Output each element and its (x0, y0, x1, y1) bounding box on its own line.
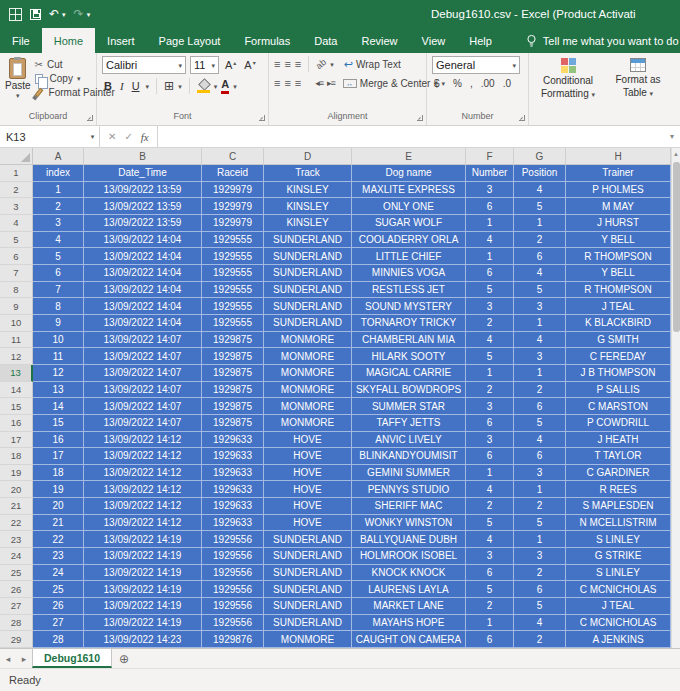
font-dialog-launcher[interactable] (259, 115, 265, 121)
cell-H27[interactable]: J TEAL (566, 598, 671, 615)
cell-C20[interactable]: 1929633 (202, 481, 264, 498)
copy-dropdown-icon[interactable]: ▾ (77, 75, 81, 82)
row-header-19[interactable]: 19 (0, 465, 33, 482)
cell-F8[interactable]: 5 (466, 282, 514, 299)
cell-G22[interactable]: 5 (514, 515, 566, 532)
wrap-text-button[interactable]: ↩ Wrap Text (344, 59, 401, 70)
cell-G21[interactable]: 2 (514, 498, 566, 515)
cell-G5[interactable]: 2 (514, 232, 566, 249)
cell-B29[interactable]: 13/09/2022 14:23 (84, 631, 202, 648)
column-header-C[interactable]: C (202, 148, 264, 165)
cell-B12[interactable]: 13/09/2022 14:07 (84, 348, 202, 365)
row-header-4[interactable]: 4 (0, 215, 33, 232)
cell-H13[interactable]: J B THOMPSON (566, 365, 671, 382)
cell-G10[interactable]: 1 (514, 315, 566, 332)
cell-D24[interactable]: SUNDERLAND (264, 548, 352, 565)
cell-H5[interactable]: Y BELL (566, 232, 671, 249)
cell-E2[interactable]: MAXLITE EXPRESS (352, 182, 466, 199)
row-header-9[interactable]: 9 (0, 298, 33, 315)
cell-C27[interactable]: 1929556 (202, 598, 264, 615)
cell-A22[interactable]: 21 (33, 515, 84, 532)
cell-D9[interactable]: SUNDERLAND (264, 298, 352, 315)
cell-D13[interactable]: MONMORE (264, 365, 352, 382)
row-header-23[interactable]: 23 (0, 531, 33, 548)
align-right-icon[interactable]: ≡ (295, 78, 301, 89)
cell-B9[interactable]: 13/09/2022 14:04 (84, 298, 202, 315)
cell-H22[interactable]: N MCELLISTRIM (566, 515, 671, 532)
cell-C24[interactable]: 1929556 (202, 548, 264, 565)
row-header-25[interactable]: 25 (0, 565, 33, 582)
cell-G16[interactable]: 5 (514, 415, 566, 432)
cell-D1[interactable]: Track (264, 165, 352, 182)
cell-D23[interactable]: SUNDERLAND (264, 531, 352, 548)
cell-A29[interactable]: 28 (33, 631, 84, 648)
cell-E14[interactable]: SKYFALL BOWDROPS (352, 382, 466, 399)
ribbon-tab-page-layout[interactable]: Page Layout (147, 28, 233, 53)
cell-A23[interactable]: 22 (33, 531, 84, 548)
cell-A14[interactable]: 13 (33, 382, 84, 399)
cell-G27[interactable]: 5 (514, 598, 566, 615)
ribbon-tab-data[interactable]: Data (302, 28, 349, 53)
cell-B23[interactable]: 13/09/2022 14:19 (84, 531, 202, 548)
cell-E25[interactable]: KNOCK KNOCK (352, 565, 466, 582)
cell-B26[interactable]: 13/09/2022 14:19 (84, 581, 202, 598)
currency-button[interactable]: $ (434, 78, 440, 89)
format-as-table-button[interactable]: Format as Table ▾ (604, 56, 672, 109)
decrease-decimal-button[interactable]: .0 (503, 78, 511, 89)
paste-dropdown-icon[interactable]: ▾ (16, 92, 20, 99)
sheet-nav-left-icon[interactable]: ◂ (0, 649, 16, 668)
cell-E22[interactable]: WONKY WINSTON (352, 515, 466, 532)
cell-F11[interactable]: 4 (466, 332, 514, 349)
cell-D18[interactable]: HOVE (264, 448, 352, 465)
cell-D7[interactable]: SUNDERLAND (264, 265, 352, 282)
cell-D2[interactable]: KINSLEY (264, 182, 352, 199)
ribbon-tab-insert[interactable]: Insert (95, 28, 147, 53)
row-header-7[interactable]: 7 (0, 265, 33, 282)
cell-F19[interactable]: 1 (466, 465, 514, 482)
cell-D12[interactable]: MONMORE (264, 348, 352, 365)
ribbon-tab-formulas[interactable]: Formulas (232, 28, 302, 53)
cell-G25[interactable]: 2 (514, 565, 566, 582)
cell-D19[interactable]: HOVE (264, 465, 352, 482)
cell-C10[interactable]: 1929555 (202, 315, 264, 332)
row-header-12[interactable]: 12 (0, 348, 33, 365)
row-header-24[interactable]: 24 (0, 548, 33, 565)
cell-B22[interactable]: 13/09/2022 14:12 (84, 515, 202, 532)
cell-A9[interactable]: 8 (33, 298, 84, 315)
cell-C17[interactable]: 1929633 (202, 432, 264, 449)
cell-A6[interactable]: 5 (33, 248, 84, 265)
cell-F16[interactable]: 6 (466, 415, 514, 432)
cell-F20[interactable]: 4 (466, 481, 514, 498)
font-size-select[interactable]: 11 ▾ (190, 56, 219, 74)
cell-E24[interactable]: HOLMROOK ISOBEL (352, 548, 466, 565)
cell-E27[interactable]: MARKET LANE (352, 598, 466, 615)
cell-E9[interactable]: SOUND MYSTERY (352, 298, 466, 315)
cell-H29[interactable]: A JENKINS (566, 631, 671, 648)
cell-B8[interactable]: 13/09/2022 14:04 (84, 282, 202, 299)
decrease-indent-icon[interactable]: ◂≡ (315, 78, 323, 88)
conditional-formatting-button[interactable]: Conditional Formatting ▾ (534, 56, 602, 109)
column-header-G[interactable]: G (514, 148, 566, 165)
cell-H6[interactable]: R THOMPSON (566, 248, 671, 265)
cell-C8[interactable]: 1929555 (202, 282, 264, 299)
cell-G19[interactable]: 3 (514, 465, 566, 482)
cell-A4[interactable]: 3 (33, 215, 84, 232)
row-header-18[interactable]: 18 (0, 448, 33, 465)
cell-G18[interactable]: 6 (514, 448, 566, 465)
cell-H4[interactable]: J HURST (566, 215, 671, 232)
cell-F27[interactable]: 2 (466, 598, 514, 615)
cell-D17[interactable]: HOVE (264, 432, 352, 449)
scrollbar-thumb[interactable] (673, 162, 680, 332)
cell-B11[interactable]: 13/09/2022 14:07 (84, 332, 202, 349)
cell-C4[interactable]: 1929979 (202, 215, 264, 232)
row-header-26[interactable]: 26 (0, 581, 33, 598)
cell-H1[interactable]: Trainer (566, 165, 671, 182)
cell-B4[interactable]: 13/09/2022 13:59 (84, 215, 202, 232)
cell-D11[interactable]: MONMORE (264, 332, 352, 349)
align-center-icon[interactable]: ≡ (284, 78, 290, 89)
cell-B19[interactable]: 13/09/2022 14:12 (84, 465, 202, 482)
align-left-icon[interactable]: ≡ (274, 78, 280, 89)
cell-E10[interactable]: TORNAROY TRICKY (352, 315, 466, 332)
tell-me-box[interactable]: Tell me what you want to do (526, 28, 679, 53)
cell-G20[interactable]: 1 (514, 481, 566, 498)
